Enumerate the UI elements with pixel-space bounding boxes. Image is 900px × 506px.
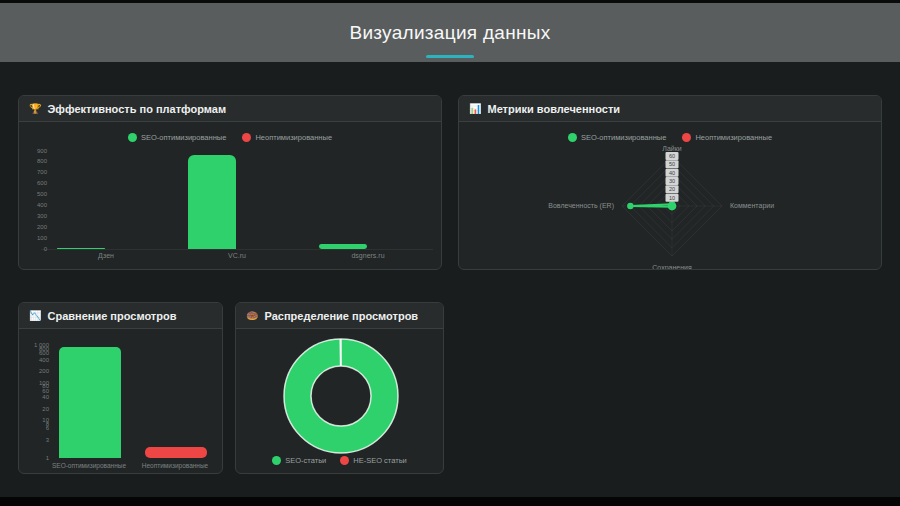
title-underline — [426, 55, 474, 58]
y-axis-tick: 500 — [21, 191, 47, 198]
bar-chart-views-log: 1 00080060040020010080604020108631 — [19, 303, 222, 473]
legend-label: НЕ-SEO статьи — [353, 456, 406, 465]
panel-engagement-metrics: 📊 Метрики вовлеченности SEO-оптимизирова… — [458, 95, 882, 270]
y-axis-tick: 400 — [21, 357, 49, 364]
y-axis-tick: 200 — [21, 224, 47, 231]
bar-chart-platforms: 9008007006005004003002001000 — [19, 96, 441, 269]
legend-dot-red — [340, 456, 349, 465]
legend-label: SEO-статьи — [285, 456, 326, 465]
radar-axis-likes: Лайки — [662, 145, 681, 152]
radar-chart-engagement: 102030405060 — [459, 96, 881, 269]
legend-dot-green — [272, 456, 281, 465]
y-axis-tick: 700 — [21, 169, 47, 176]
x-label-vcru: VC.ru — [228, 252, 246, 259]
radar-tick-label: 40 — [669, 170, 675, 176]
y-axis-tick: 100 — [21, 235, 47, 242]
page-title: Визуализация данных — [0, 22, 900, 44]
y-axis-tick: 3 — [21, 437, 49, 444]
legend-item-seo-articles[interactable]: SEO-статьи — [272, 456, 326, 465]
y-axis-tick: 20 — [21, 406, 49, 413]
y-axis-tick: 6 — [21, 425, 49, 432]
radar-axis-saves: Сохранения — [652, 264, 691, 270]
y-axis-tick: 400 — [21, 202, 47, 209]
page-header: Визуализация данных — [0, 3, 900, 62]
y-axis-tick: 900 — [21, 148, 47, 155]
radar-tick-label: 50 — [669, 161, 675, 167]
doughnut-inner-border — [311, 366, 371, 426]
x-label-dsgners: dsgners.ru — [351, 252, 384, 259]
bar-nonseo — [145, 447, 207, 458]
y-axis-tick: 800 — [21, 158, 47, 165]
y-axis-tick: 1 — [21, 455, 49, 462]
radar-axis-engagement-rate: Вовлеченность (ER) — [548, 202, 614, 209]
bar-seo — [59, 347, 121, 458]
app-window: Визуализация данных 🏆 Эффективность по п… — [0, 0, 900, 506]
radar-tick-label: 20 — [669, 186, 675, 192]
x-axis-line — [41, 249, 433, 250]
panel-platform-effectiveness: 🏆 Эффективность по платформам SEO-оптими… — [18, 95, 442, 270]
bar-seo — [57, 248, 105, 249]
x-label-dzen: Дзен — [98, 252, 114, 259]
radar-data-point-cluster — [668, 202, 677, 211]
radar-tick-label: 10 — [669, 195, 675, 201]
legend-item-nonseo-articles[interactable]: НЕ-SEO статьи — [340, 456, 406, 465]
radar-tick-label: 30 — [669, 178, 675, 184]
y-axis-tick: 300 — [21, 213, 47, 220]
y-axis-tick: 600 — [21, 180, 47, 187]
radar-data-point — [627, 203, 633, 209]
bottom-strip — [0, 497, 900, 506]
chart-legend: SEO-статьи НЕ-SEO статьи — [236, 456, 443, 465]
doughnut-chart-views — [236, 303, 443, 473]
panel-views-comparison: 📉 Сравнение просмотров 1 000800600400200… — [18, 302, 223, 474]
x-label-nonseo: Неоптимизированные — [142, 462, 208, 469]
bar-seo — [188, 155, 236, 249]
y-axis-tick: 200 — [21, 368, 49, 375]
bar-seo — [319, 244, 367, 249]
y-axis-tick: 40 — [21, 394, 49, 401]
x-label-seo: SEO-оптимизированные — [52, 462, 126, 469]
panel-views-distribution: 🍩 Распределение просмотров SEO-статьи НЕ… — [235, 302, 444, 474]
radar-axis-comments: Комментарии — [730, 202, 774, 209]
radar-tick-label: 60 — [669, 153, 675, 159]
